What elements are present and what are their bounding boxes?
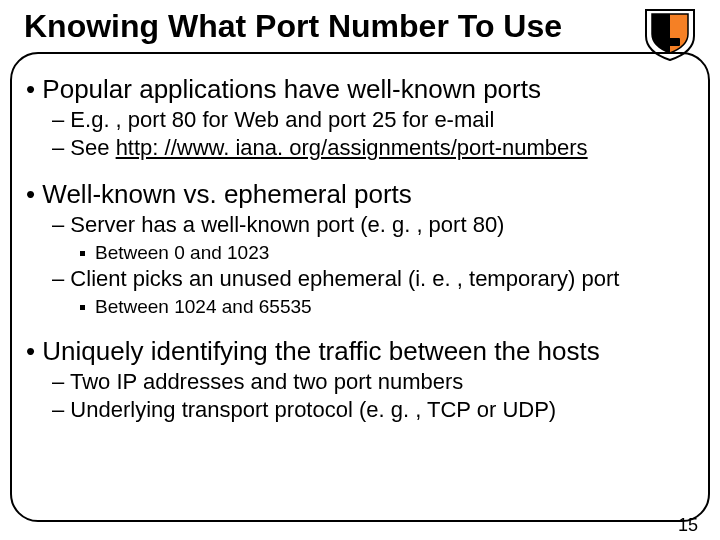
iana-link[interactable]: http: //www. iana. org/assignments/port-…: [116, 135, 588, 160]
slide-title: Knowing What Port Number To Use: [22, 10, 564, 44]
subbullet-eg-ports: E.g. , port 80 for Web and port 25 for e…: [52, 107, 696, 133]
bullet-uniquely-identifying: Uniquely identifying the traffic between…: [26, 336, 696, 367]
slide-body: Popular applications have well-known por…: [26, 64, 696, 423]
see-prefix: See: [70, 135, 115, 160]
bullet-popular-apps: Popular applications have well-known por…: [26, 74, 696, 105]
bullet-dot-icon: [80, 305, 85, 310]
bullet-wellknown-vs-ephemeral: Well-known vs. ephemeral ports: [26, 179, 696, 210]
subbullet-client-port: Client picks an unused ephemeral (i. e. …: [52, 266, 696, 292]
range-1024-65535-text: Between 1024 and 65535: [95, 296, 312, 318]
subbullet-see-link: See http: //www. iana. org/assignments/p…: [52, 135, 696, 161]
range-0-1023-text: Between 0 and 1023: [95, 242, 269, 264]
subbullet-server-port: Server has a well-known port (e. g. , po…: [52, 212, 696, 238]
page-number: 15: [678, 515, 698, 536]
subsubbullet-range-0-1023: Between 0 and 1023: [80, 242, 696, 264]
slide: Knowing What Port Number To Use Popular …: [0, 0, 720, 540]
bullet-dot-icon: [80, 251, 85, 256]
svg-rect-0: [660, 38, 680, 46]
subbullet-two-ips-ports: Two IP addresses and two port numbers: [52, 369, 696, 395]
subsubbullet-range-1024-65535: Between 1024 and 65535: [80, 296, 696, 318]
subbullet-transport-protocol: Underlying transport protocol (e. g. , T…: [52, 397, 696, 423]
